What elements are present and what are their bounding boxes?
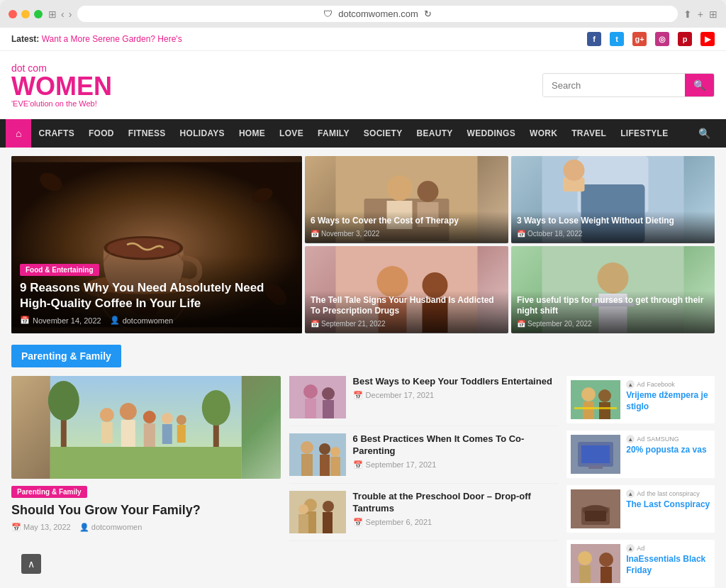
nav-link-society[interactable]: SOCIETY (357, 120, 410, 147)
pinterest-icon[interactable]: p (678, 32, 692, 46)
new-tab-icon[interactable]: + (698, 9, 703, 20)
logo-area[interactable]: dot com WOMEN 'EVE'olution on the Web! (11, 62, 112, 108)
browser-controls: ⊞ ‹ › (48, 9, 72, 20)
hero-main-title: 9 Reasons Why You Need Absolutely Need H… (20, 280, 294, 311)
search-button[interactable]: 🔍 (685, 74, 714, 96)
window-layout-icon[interactable]: ⊞ (48, 9, 57, 20)
svg-point-68 (581, 387, 596, 401)
ad-image-2 (571, 435, 620, 474)
hero-main-article[interactable]: Food & Entertaining 9 Reasons Why You Ne… (11, 156, 302, 333)
article-info-3: Trouble at the Preschool Door – Drop-off… (353, 491, 559, 533)
nav-item-crafts[interactable]: CRAFTS (31, 120, 81, 147)
ad-item-2[interactable]: ▲ Ad SAMSUNG 20% popusta za vas (566, 431, 715, 478)
nav-link-crafts[interactable]: CRAFTS (31, 120, 81, 147)
article-item-1[interactable]: Best Ways to Keep Your Toddlers Entertai… (289, 376, 559, 426)
small-card-3-overlay: The Tell Tale Signs Your Husband Is Addi… (305, 291, 508, 333)
svg-rect-76 (588, 465, 603, 469)
search-box[interactable]: 🔍 (542, 73, 715, 97)
parenting-main-image (11, 376, 281, 479)
svg-point-82 (578, 551, 592, 565)
art-cal-1: 📅 (353, 391, 363, 400)
nav-search-icon[interactable]: 🔍 (688, 119, 720, 148)
nav-item-beauty[interactable]: BEAUTY (409, 120, 459, 147)
svg-rect-50 (305, 399, 316, 418)
article-item-2[interactable]: 6 Best Practices When It Comes To Co-Par… (289, 426, 559, 484)
parenting-main-article[interactable]: Parenting & Family Should You Grow Your … (11, 376, 281, 587)
nav-item-work[interactable]: WORK (523, 120, 564, 147)
scroll-to-top-button[interactable]: ∧ (21, 554, 41, 574)
nav-items: CRAFTS FOOD FITNESS HOLIDAYS HOME LOVE F… (31, 120, 675, 147)
nav-item-lifestyle[interactable]: LIFESTYLE (613, 120, 675, 147)
svg-rect-67 (571, 380, 620, 419)
nav-link-love[interactable]: LOVE (272, 120, 311, 147)
instagram-icon[interactable]: ◎ (655, 32, 669, 46)
small-card-2[interactable]: 3 Ways to Lose Weight Without Dieting 📅 … (511, 156, 715, 243)
ad-item-3[interactable]: ▲ Ad the last conspiracy The Last Conspi… (566, 485, 715, 533)
ad-label-4: ▲ Ad (626, 544, 710, 553)
nav-link-travel[interactable]: TRAVEL (564, 120, 613, 147)
latest-link[interactable]: Want a More Serene Garden? Here's (42, 34, 182, 44)
nav-item-society[interactable]: SOCIETY (357, 120, 410, 147)
nav-link-work[interactable]: WORK (523, 120, 564, 147)
ad-sponsor-2: SAMSUNG (647, 436, 679, 443)
ad-badge-text-1: Ad (637, 381, 644, 388)
calendar-icon: 📅 (20, 316, 30, 325)
p-author: 👤 dotcomwomen (79, 523, 143, 532)
svg-rect-69 (583, 401, 594, 419)
article-info-2: 6 Best Practices When It Comes To Co-Par… (353, 433, 559, 476)
browser-chrome: ⊞ ‹ › 🛡 dotcomwomen.com ↻ ⬆ + ⊞ (0, 0, 726, 28)
nav-item-family[interactable]: FAMILY (311, 120, 357, 147)
googleplus-icon[interactable]: g+ (632, 32, 647, 46)
small-card-4[interactable]: Five useful tips for nurses to get throu… (511, 246, 715, 333)
back-button[interactable]: ‹ (61, 9, 65, 20)
twitter-icon[interactable]: t (610, 32, 624, 46)
nav-link-lifestyle[interactable]: LIFESTYLE (613, 120, 675, 147)
section-header-parenting: Parenting & Family (11, 345, 121, 367)
nav-link-fitness[interactable]: FITNESS (121, 120, 173, 147)
reload-button[interactable]: ↻ (424, 9, 432, 19)
small-card-4-overlay: Five useful tips for nurses to get throu… (511, 291, 715, 333)
minimize-dot[interactable] (21, 10, 30, 18)
small-card-3[interactable]: The Tell Tale Signs Your Husband Is Addi… (305, 246, 508, 333)
svg-rect-55 (301, 454, 313, 476)
nav-item-food[interactable]: FOOD (82, 120, 121, 147)
nav-item-weddings[interactable]: WEDDINGS (460, 120, 523, 147)
nav-item-holidays[interactable]: HOLIDAYS (173, 120, 232, 147)
ad-badge-text-4: Ad (637, 545, 644, 552)
art-cal-3: 📅 (353, 518, 363, 527)
nav-link-family[interactable]: FAMILY (311, 120, 357, 147)
parenting-main-meta: 📅 May 13, 2022 👤 dotcomwomen (11, 523, 281, 532)
search-input[interactable] (543, 74, 685, 96)
nav-link-holidays[interactable]: HOLIDAYS (173, 120, 232, 147)
svg-rect-64 (323, 512, 333, 533)
nav-item-fitness[interactable]: FITNESS (121, 120, 173, 147)
hero-date: 📅 November 14, 2022 (20, 316, 101, 325)
ad-item-4[interactable]: ▲ Ad InaEssentials Black Friday (566, 540, 715, 587)
ad-sponsor-3: the last conspiracy (647, 490, 700, 497)
facebook-icon[interactable]: f (587, 32, 601, 46)
share-icon[interactable]: ⬆ (683, 9, 692, 20)
article-item-3[interactable]: Trouble at the Preschool Door – Drop-off… (289, 484, 559, 541)
nav-link-home[interactable]: HOME (232, 120, 272, 147)
nav-link-weddings[interactable]: WEDDINGS (460, 120, 523, 147)
forward-button[interactable]: › (69, 9, 72, 20)
small-card-1[interactable]: 6 Ways to Cover the Cost of Therapy 📅 No… (305, 156, 508, 243)
close-dot[interactable] (9, 10, 17, 18)
nav-home-button[interactable]: ⌂ (6, 119, 31, 148)
nav-link-food[interactable]: FOOD (82, 120, 121, 147)
cal-icon-4: 📅 (517, 320, 525, 328)
nav-item-love[interactable]: LOVE (272, 120, 311, 147)
nav-item-travel[interactable]: TRAVEL (564, 120, 613, 147)
ad-sponsored-icon-3: ▲ (626, 489, 635, 498)
ad-item-1[interactable]: ▲ Ad Facebook Vrijeme džempera je stiglo (566, 376, 715, 423)
address-bar[interactable]: 🛡 dotcomwomen.com ↻ (77, 6, 677, 22)
nav-link-beauty[interactable]: BEAUTY (409, 120, 459, 147)
page-content: Latest: Want a More Serene Garden? Here'… (0, 28, 726, 588)
grid-icon[interactable]: ⊞ (709, 9, 717, 20)
svg-point-56 (319, 443, 330, 455)
youtube-icon[interactable]: ▶ (700, 32, 715, 46)
maximize-dot[interactable] (34, 10, 43, 18)
svg-rect-48 (289, 376, 346, 418)
nav-item-home[interactable]: HOME (232, 120, 272, 147)
small-card-1-overlay: 6 Ways to Cover the Cost of Therapy 📅 No… (305, 211, 508, 243)
